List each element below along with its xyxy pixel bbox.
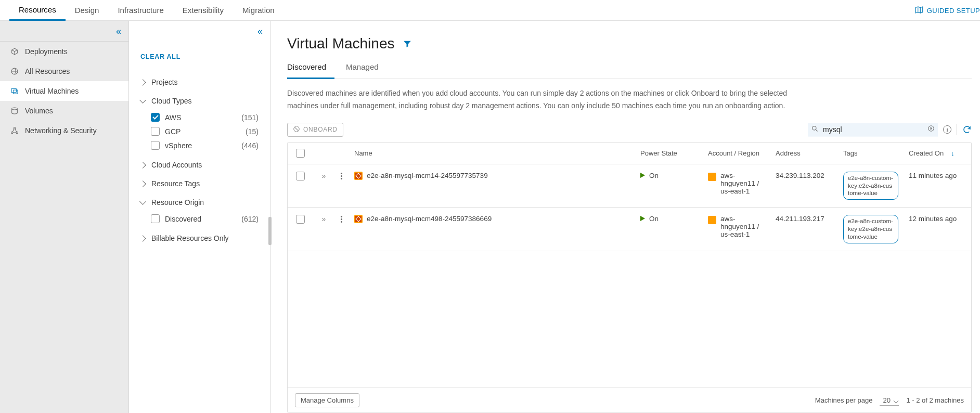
clear-all-filters[interactable]: CLEAR ALL — [140, 53, 180, 60]
filter-resource-origin-toggle[interactable]: Resource Origin — [140, 196, 259, 209]
chevron-right-icon — [139, 79, 146, 86]
manage-columns-button[interactable]: Manage Columns — [295, 393, 359, 407]
filter-billable-toggle[interactable]: Billable Resources Only — [140, 232, 259, 244]
col-header-account-region[interactable]: Account / Region — [703, 143, 770, 164]
column-resize-handle[interactable] — [268, 217, 272, 245]
onboard-button[interactable]: ONBOARD — [287, 123, 343, 137]
all-resources-icon — [10, 67, 19, 75]
nav-volumes[interactable]: Volumes — [0, 101, 128, 121]
sub-tab-managed[interactable]: Managed — [346, 57, 387, 79]
deployments-icon — [10, 47, 19, 56]
filter-option-gcp[interactable]: GCP (15) — [140, 124, 259, 138]
filter-icon[interactable] — [403, 35, 412, 52]
chevron-right-icon — [139, 235, 146, 242]
expand-row-icon[interactable]: » — [322, 172, 325, 180]
networking-icon — [10, 126, 19, 135]
filter-option-aws[interactable]: AWS (151) — [140, 110, 259, 124]
pagination-range: 1 - 2 of 2 machines — [906, 396, 964, 404]
top-tab-resources[interactable]: Resources — [9, 0, 66, 21]
filter-opt-count: (15) — [246, 127, 259, 136]
nav-deployments[interactable]: Deployments — [0, 42, 128, 61]
chevron-double-left-icon: « — [116, 27, 121, 36]
filter-resource-tags-toggle[interactable]: Resource Tags — [140, 177, 259, 190]
top-tab-design[interactable]: Design — [66, 0, 109, 21]
sub-tab-discovered[interactable]: Discovered — [287, 57, 334, 79]
volumes-icon — [10, 107, 19, 115]
col-header-created-on[interactable]: Created On — [904, 143, 971, 164]
row-checkbox[interactable] — [296, 172, 305, 180]
filter-option-discovered[interactable]: Discovered (612) — [140, 212, 259, 226]
expand-header — [313, 143, 333, 164]
menu-header — [333, 143, 349, 164]
checkbox-checked-icon[interactable] — [151, 113, 160, 122]
svg-point-3 — [12, 108, 18, 110]
row-checkbox[interactable] — [296, 215, 305, 224]
row-tag[interactable]: e2e-a8n-custom-key:e2e-a8n-custome-value — [843, 172, 898, 200]
row-actions-menu[interactable] — [341, 215, 342, 223]
nav-label: Deployments — [25, 47, 68, 56]
filter-label: Projects — [151, 78, 178, 86]
svg-point-8 — [813, 126, 817, 130]
top-tab-infrastructure[interactable]: Infrastructure — [108, 0, 173, 21]
col-header-power-state[interactable]: Power State — [635, 143, 703, 164]
search-input[interactable] — [822, 125, 924, 134]
guided-setup-label: GUIDED SETUP — [927, 7, 980, 15]
clear-search-icon[interactable] — [927, 125, 935, 134]
select-all-header[interactable] — [288, 143, 313, 164]
info-icon[interactable]: i — [943, 125, 951, 134]
col-header-address[interactable]: Address — [770, 143, 838, 164]
checkbox-icon[interactable] — [296, 149, 305, 158]
instance-icon — [354, 215, 363, 223]
filter-opt-label: Discovered — [165, 215, 201, 223]
chevron-down-icon — [139, 97, 146, 104]
table-footer: Manage Columns Machines per page 20 1 - … — [288, 388, 971, 412]
search-field[interactable] — [808, 123, 938, 136]
row-name[interactable]: e2e-a8n-mysql-mcm14-245597735739 — [367, 172, 488, 179]
map-icon — [914, 5, 924, 16]
filter-panel-collapse[interactable]: « — [129, 21, 270, 42]
expand-row-icon[interactable]: » — [322, 215, 325, 223]
nav-all-resources[interactable]: All Resources — [0, 61, 128, 81]
top-tab-extensibility[interactable]: Extensibility — [173, 0, 233, 21]
svg-rect-2 — [13, 90, 18, 94]
svg-point-4 — [14, 127, 15, 129]
row-power: On — [649, 215, 659, 223]
col-header-name[interactable]: Name — [349, 143, 635, 164]
row-tag[interactable]: e2e-a8n-custom-key:e2e-a8n-custome-value — [843, 215, 898, 243]
per-page-select[interactable]: 20 — [880, 395, 899, 406]
checkbox-icon[interactable] — [151, 141, 160, 150]
toolbar-divider — [957, 124, 957, 135]
filter-opt-label: GCP — [165, 127, 180, 136]
row-actions-menu[interactable] — [341, 172, 342, 179]
col-header-tags[interactable]: Tags — [838, 143, 904, 164]
vm-icon — [10, 87, 19, 95]
side-nav-collapse[interactable]: « — [0, 21, 128, 42]
nav-networking-security[interactable]: Networking & Security — [0, 121, 128, 140]
refresh-button[interactable] — [962, 125, 972, 134]
chevron-right-icon — [139, 162, 146, 169]
svg-point-6 — [16, 132, 18, 133]
top-tab-migration[interactable]: Migration — [233, 0, 284, 21]
checkbox-icon[interactable] — [151, 127, 160, 136]
filter-label: Billable Resources Only — [151, 234, 229, 242]
table-row: » e2e-a8n-mysql-mcm498-245597386669 On a… — [288, 208, 971, 251]
row-created: 12 minutes ago — [909, 215, 957, 223]
filter-opt-count: (612) — [241, 215, 259, 223]
nav-virtual-machines[interactable]: Virtual Machines — [0, 81, 128, 101]
table-body: » e2e-a8n-mysql-mcm14-245597735739 On aw… — [288, 164, 971, 388]
filter-opt-count: (446) — [241, 141, 259, 150]
filter-label: Resource Origin — [151, 198, 204, 206]
nav-label: Virtual Machines — [25, 87, 79, 95]
guided-setup-link[interactable]: GUIDED SETUP — [914, 0, 980, 21]
row-name[interactable]: e2e-a8n-mysql-mcm498-245597386669 — [367, 215, 492, 223]
row-account: aws-hnguyen11 / us-east-1 — [720, 172, 765, 195]
filter-label: Cloud Accounts — [151, 161, 202, 169]
aws-icon — [708, 173, 716, 181]
checkbox-icon[interactable] — [151, 214, 160, 223]
filter-cloud-types-toggle[interactable]: Cloud Types — [140, 95, 259, 107]
filter-panel: « CLEAR ALL Projects Cloud Types AWS (15… — [129, 21, 270, 413]
row-address: 34.239.113.202 — [776, 172, 824, 179]
filter-projects-toggle[interactable]: Projects — [140, 76, 259, 88]
filter-cloud-accounts-toggle[interactable]: Cloud Accounts — [140, 159, 259, 171]
filter-option-vsphere[interactable]: vSphere (446) — [140, 138, 259, 152]
